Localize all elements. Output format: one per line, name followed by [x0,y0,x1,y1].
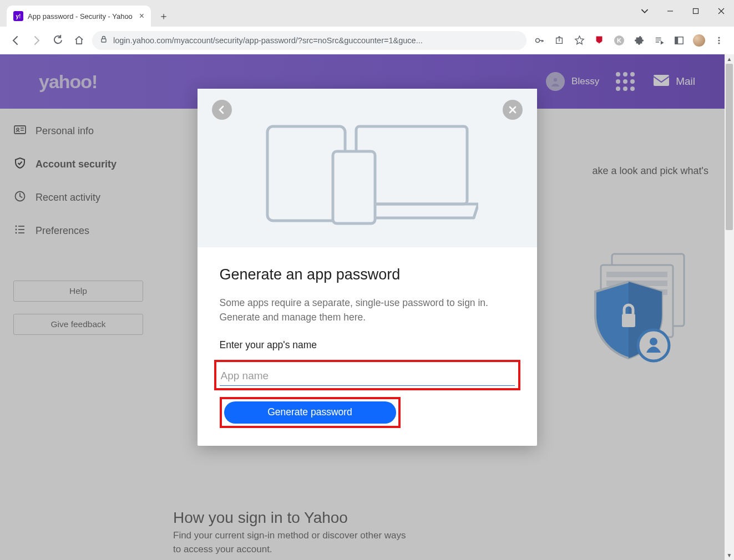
svg-point-7 [718,39,720,41]
scrollbar-thumb[interactable] [726,64,733,230]
svg-rect-1 [693,9,698,14]
app-name-label: Enter your app's name [220,339,515,351]
svg-rect-2 [102,39,106,42]
app-password-modal: Generate an app password Some apps requi… [198,89,537,446]
yahoo-favicon-icon: y! [13,11,23,21]
tab-title: App password - Security - Yahoo [28,12,133,21]
close-window-button[interactable] [708,0,734,22]
svg-rect-32 [333,151,375,223]
url-text: login.yahoo.com/myaccount/security/app-p… [113,36,423,45]
sidepanel-icon[interactable] [672,33,686,48]
vertical-scrollbar[interactable]: ▲ ▼ [725,54,734,560]
modal-overlay: Generate an app password Some apps requi… [0,54,734,560]
modal-hero [198,89,537,247]
modal-description: Some apps require a separate, single-use… [220,296,515,325]
close-icon [508,105,517,114]
scroll-up-arrow-icon[interactable]: ▲ [725,54,734,64]
browser-menu-button[interactable] [712,33,726,48]
modal-back-button[interactable] [212,100,232,120]
browser-toolbar: login.yahoo.com/myaccount/security/app-p… [0,27,734,54]
extensions-puzzle-icon[interactable] [632,33,646,48]
maximize-button[interactable] [683,0,708,22]
profile-avatar[interactable] [692,33,706,48]
address-bar[interactable]: login.yahoo.com/myaccount/security/app-p… [92,31,527,50]
mcafee-extension-icon[interactable]: ⛊ [592,33,606,48]
modal-title: Generate an app password [220,266,515,283]
svg-point-6 [718,37,720,38]
svg-point-8 [718,42,720,44]
app-name-input[interactable] [220,366,515,386]
new-tab-button[interactable]: ＋ [155,8,172,24]
media-playlist-icon[interactable] [652,33,666,48]
close-tab-button[interactable]: × [139,11,144,21]
browser-tab[interactable]: y! App password - Security - Yahoo × [7,6,151,27]
highlighted-button-area: Generate password [220,397,401,428]
window-titlebar: y! App password - Security - Yahoo × ＋ [0,0,734,27]
svg-point-3 [536,38,540,42]
key-icon[interactable] [532,33,546,48]
extension-k-icon[interactable]: K [612,33,626,48]
highlighted-input-area [214,360,520,390]
minimize-button[interactable] [657,0,683,22]
modal-close-button[interactable] [503,100,523,120]
share-icon[interactable] [552,33,566,48]
svg-rect-5 [675,37,678,44]
chevron-down-icon[interactable] [632,0,657,22]
scroll-down-arrow-icon[interactable]: ▼ [725,551,734,560]
back-button[interactable] [8,33,23,48]
lock-icon [100,35,108,45]
bookmark-star-icon[interactable] [572,33,586,48]
generate-password-button[interactable]: Generate password [224,401,396,424]
home-button[interactable] [71,33,87,48]
chevron-left-icon [217,105,227,115]
devices-illustration [256,121,478,228]
forward-button[interactable] [29,33,44,48]
reload-button[interactable] [50,33,65,48]
